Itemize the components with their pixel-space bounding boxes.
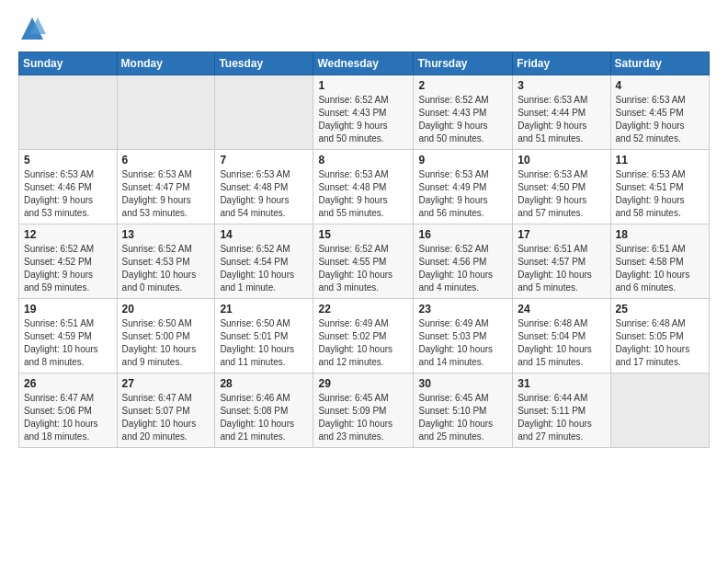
day-number: 26 <box>24 377 112 390</box>
calendar-cell: 26Sunrise: 6:47 AM Sunset: 5:06 PM Dayli… <box>19 373 118 448</box>
calendar-cell: 17Sunrise: 6:51 AM Sunset: 4:57 PM Dayli… <box>513 224 610 299</box>
day-info: Sunrise: 6:53 AM Sunset: 4:45 PM Dayligh… <box>616 94 704 145</box>
day-number: 10 <box>518 154 605 167</box>
calendar-cell: 29Sunrise: 6:45 AM Sunset: 5:09 PM Dayli… <box>313 373 414 448</box>
week-row: 5Sunrise: 6:53 AM Sunset: 4:46 PM Daylig… <box>19 150 710 224</box>
day-info: Sunrise: 6:51 AM Sunset: 4:59 PM Dayligh… <box>24 317 112 369</box>
day-number: 4 <box>616 79 704 92</box>
day-info: Sunrise: 6:47 AM Sunset: 5:06 PM Dayligh… <box>24 392 112 443</box>
day-number: 20 <box>122 303 210 316</box>
calendar-cell: 7Sunrise: 6:53 AM Sunset: 4:48 PM Daylig… <box>215 150 313 224</box>
calendar-cell: 18Sunrise: 6:51 AM Sunset: 4:58 PM Dayli… <box>610 224 709 299</box>
logo-icon <box>18 15 46 42</box>
day-info: Sunrise: 6:52 AM Sunset: 4:43 PM Dayligh… <box>418 94 507 145</box>
day-info: Sunrise: 6:48 AM Sunset: 5:05 PM Dayligh… <box>616 317 704 369</box>
weekday-header: Sunday <box>19 52 118 75</box>
day-number: 9 <box>418 154 507 167</box>
weekday-header: Friday <box>513 52 610 75</box>
day-info: Sunrise: 6:53 AM Sunset: 4:48 PM Dayligh… <box>220 168 308 220</box>
day-info: Sunrise: 6:45 AM Sunset: 5:10 PM Dayligh… <box>418 392 507 443</box>
day-info: Sunrise: 6:52 AM Sunset: 4:56 PM Dayligh… <box>418 243 507 294</box>
day-info: Sunrise: 6:52 AM Sunset: 4:53 PM Dayligh… <box>122 243 210 294</box>
day-info: Sunrise: 6:47 AM Sunset: 5:07 PM Dayligh… <box>122 392 210 443</box>
day-number: 6 <box>122 154 210 167</box>
day-info: Sunrise: 6:51 AM Sunset: 4:58 PM Dayligh… <box>616 243 704 294</box>
day-number: 27 <box>122 377 210 390</box>
day-info: Sunrise: 6:52 AM Sunset: 4:52 PM Dayligh… <box>24 243 112 294</box>
calendar-cell: 11Sunrise: 6:53 AM Sunset: 4:51 PM Dayli… <box>610 150 709 224</box>
day-info: Sunrise: 6:52 AM Sunset: 4:55 PM Dayligh… <box>318 243 408 294</box>
calendar-cell: 12Sunrise: 6:52 AM Sunset: 4:52 PM Dayli… <box>19 224 118 299</box>
calendar-cell: 22Sunrise: 6:49 AM Sunset: 5:02 PM Dayli… <box>313 299 414 373</box>
logo <box>18 15 50 42</box>
day-number: 14 <box>220 228 308 241</box>
day-info: Sunrise: 6:50 AM Sunset: 5:00 PM Dayligh… <box>122 317 210 369</box>
day-info: Sunrise: 6:52 AM Sunset: 4:43 PM Dayligh… <box>318 94 408 145</box>
weekday-header: Thursday <box>414 52 513 75</box>
calendar-cell: 20Sunrise: 6:50 AM Sunset: 5:00 PM Dayli… <box>117 299 215 373</box>
calendar-cell: 28Sunrise: 6:46 AM Sunset: 5:08 PM Dayli… <box>215 373 313 448</box>
day-number: 2 <box>418 79 507 92</box>
day-number: 17 <box>518 228 605 241</box>
day-info: Sunrise: 6:49 AM Sunset: 5:03 PM Dayligh… <box>418 317 507 369</box>
day-number: 1 <box>318 79 408 92</box>
calendar: SundayMondayTuesdayWednesdayThursdayFrid… <box>18 52 710 448</box>
day-number: 22 <box>318 303 408 316</box>
day-number: 18 <box>616 228 704 241</box>
weekday-header: Saturday <box>610 52 709 75</box>
day-number: 28 <box>220 377 308 390</box>
calendar-cell: 1Sunrise: 6:52 AM Sunset: 4:43 PM Daylig… <box>313 75 414 150</box>
calendar-cell: 13Sunrise: 6:52 AM Sunset: 4:53 PM Dayli… <box>117 224 215 299</box>
calendar-cell <box>215 75 313 150</box>
calendar-cell: 16Sunrise: 6:52 AM Sunset: 4:56 PM Dayli… <box>414 224 513 299</box>
calendar-cell: 14Sunrise: 6:52 AM Sunset: 4:54 PM Dayli… <box>215 224 313 299</box>
day-number: 30 <box>418 377 507 390</box>
week-row: 1Sunrise: 6:52 AM Sunset: 4:43 PM Daylig… <box>19 75 710 150</box>
day-info: Sunrise: 6:53 AM Sunset: 4:48 PM Dayligh… <box>318 168 408 220</box>
day-info: Sunrise: 6:53 AM Sunset: 4:44 PM Dayligh… <box>518 94 605 145</box>
day-number: 24 <box>518 303 605 316</box>
day-number: 16 <box>418 228 507 241</box>
day-info: Sunrise: 6:50 AM Sunset: 5:01 PM Dayligh… <box>220 317 308 369</box>
page: SundayMondayTuesdayWednesdayThursdayFrid… <box>0 0 728 457</box>
calendar-cell: 19Sunrise: 6:51 AM Sunset: 4:59 PM Dayli… <box>19 299 118 373</box>
day-number: 15 <box>318 228 408 241</box>
day-number: 13 <box>122 228 210 241</box>
day-number: 21 <box>220 303 308 316</box>
calendar-cell: 8Sunrise: 6:53 AM Sunset: 4:48 PM Daylig… <box>313 150 414 224</box>
header <box>18 15 710 42</box>
calendar-cell <box>117 75 215 150</box>
weekday-header: Wednesday <box>313 52 414 75</box>
calendar-cell: 27Sunrise: 6:47 AM Sunset: 5:07 PM Dayli… <box>117 373 215 448</box>
day-info: Sunrise: 6:49 AM Sunset: 5:02 PM Dayligh… <box>318 317 408 369</box>
calendar-cell: 31Sunrise: 6:44 AM Sunset: 5:11 PM Dayli… <box>513 373 610 448</box>
day-info: Sunrise: 6:44 AM Sunset: 5:11 PM Dayligh… <box>518 392 605 443</box>
weekday-header-row: SundayMondayTuesdayWednesdayThursdayFrid… <box>19 52 710 75</box>
calendar-cell: 3Sunrise: 6:53 AM Sunset: 4:44 PM Daylig… <box>513 75 610 150</box>
calendar-cell: 21Sunrise: 6:50 AM Sunset: 5:01 PM Dayli… <box>215 299 313 373</box>
day-info: Sunrise: 6:51 AM Sunset: 4:57 PM Dayligh… <box>518 243 605 294</box>
calendar-cell: 10Sunrise: 6:53 AM Sunset: 4:50 PM Dayli… <box>513 150 610 224</box>
week-row: 12Sunrise: 6:52 AM Sunset: 4:52 PM Dayli… <box>19 224 710 299</box>
day-number: 19 <box>24 303 112 316</box>
day-info: Sunrise: 6:45 AM Sunset: 5:09 PM Dayligh… <box>318 392 408 443</box>
day-number: 31 <box>518 377 605 390</box>
weekday-header: Tuesday <box>215 52 313 75</box>
day-number: 5 <box>24 154 112 167</box>
calendar-cell <box>610 373 709 448</box>
day-number: 25 <box>616 303 704 316</box>
day-info: Sunrise: 6:52 AM Sunset: 4:54 PM Dayligh… <box>220 243 308 294</box>
calendar-cell: 2Sunrise: 6:52 AM Sunset: 4:43 PM Daylig… <box>414 75 513 150</box>
calendar-cell: 15Sunrise: 6:52 AM Sunset: 4:55 PM Dayli… <box>313 224 414 299</box>
day-number: 23 <box>418 303 507 316</box>
day-info: Sunrise: 6:53 AM Sunset: 4:49 PM Dayligh… <box>418 168 507 220</box>
calendar-cell: 6Sunrise: 6:53 AM Sunset: 4:47 PM Daylig… <box>117 150 215 224</box>
calendar-cell <box>19 75 118 150</box>
calendar-cell: 9Sunrise: 6:53 AM Sunset: 4:49 PM Daylig… <box>414 150 513 224</box>
day-info: Sunrise: 6:46 AM Sunset: 5:08 PM Dayligh… <box>220 392 308 443</box>
day-number: 8 <box>318 154 408 167</box>
day-number: 12 <box>24 228 112 241</box>
calendar-cell: 24Sunrise: 6:48 AM Sunset: 5:04 PM Dayli… <box>513 299 610 373</box>
calendar-cell: 30Sunrise: 6:45 AM Sunset: 5:10 PM Dayli… <box>414 373 513 448</box>
day-info: Sunrise: 6:48 AM Sunset: 5:04 PM Dayligh… <box>518 317 605 369</box>
